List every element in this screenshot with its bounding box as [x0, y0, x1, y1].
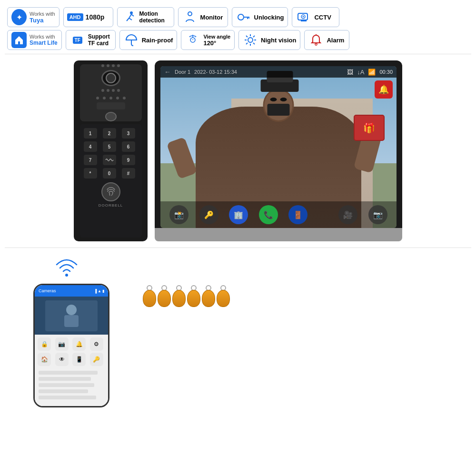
svg-point-6 — [238, 14, 244, 20]
key-2[interactable]: 2 — [103, 128, 116, 139]
ir-dot — [117, 64, 120, 67]
feed-person-body — [64, 315, 79, 327]
feature-ahd: AHD 1080p — [63, 7, 113, 27]
key-4[interactable]: 4 — [84, 141, 97, 152]
list-row-3 — [39, 383, 94, 387]
doorbell-button[interactable] — [105, 112, 117, 121]
unlocking-icon — [236, 10, 251, 25]
svg-line-25 — [253, 43, 255, 44]
app-icon-2[interactable]: 📷 — [55, 337, 69, 351]
rfid-tags-section — [143, 276, 230, 307]
angle-icon — [186, 33, 199, 47]
feature-tfcard: TF Support TF card — [66, 30, 116, 50]
svg-line-26 — [253, 36, 255, 37]
alarm-button[interactable]: 🔔 — [375, 80, 393, 99]
key-7[interactable]: 7 — [84, 155, 97, 165]
screenshot-icon[interactable]: 🖼 — [347, 69, 353, 76]
feature-smartlife: Works with Smart Life — [7, 30, 62, 50]
tfcard-icon: TF — [70, 32, 85, 48]
feature-alarm: Alarm — [304, 30, 349, 50]
ctrl-unlock-btn[interactable]: 🔑 — [199, 205, 218, 224]
rfid-tag-body — [217, 290, 230, 307]
camera-lens — [101, 70, 120, 86]
rfid-tag-3 — [172, 285, 186, 307]
tuya-label-line1: Works with — [30, 11, 55, 17]
svg-line-3 — [129, 18, 132, 20]
alarm-icon — [308, 32, 324, 48]
key-star[interactable]: * — [84, 168, 97, 178]
app-icon-6[interactable]: 👁 — [55, 353, 69, 366]
svg-point-19 — [248, 38, 253, 42]
ctrl-building-btn[interactable]: 🏢 — [229, 205, 248, 224]
key-9[interactable]: 9 — [122, 155, 135, 165]
tfcard-label-line1: Support — [88, 33, 110, 40]
key-5[interactable]: 5 — [103, 141, 116, 152]
app-icon-8[interactable]: 🔑 — [90, 353, 103, 366]
feature-unlocking: Unlocking — [232, 7, 288, 27]
rfid-tag-5 — [202, 285, 215, 307]
rainproof-label: Rain-proof — [142, 37, 173, 44]
fingerprint-scanner[interactable] — [101, 182, 120, 201]
ahd-label: 1080p — [86, 13, 105, 21]
key-1[interactable]: 1 — [84, 128, 97, 139]
phone-battery-icon: ▮ — [102, 289, 104, 293]
ctrl-call-btn[interactable]: 📞 — [259, 205, 278, 224]
viewangle-label: View angle 120° — [203, 34, 230, 47]
speaker-grille — [97, 102, 125, 109]
ir-dot — [112, 64, 115, 67]
ctrl-door-btn[interactable]: 🚪 — [288, 205, 307, 224]
ctrl-video-btn[interactable]: 🎥 — [338, 205, 357, 224]
back-arrow-icon[interactable]: ← — [164, 68, 171, 76]
motion-label-line2: detection — [139, 17, 165, 24]
ir-dot — [109, 97, 112, 99]
key-3[interactable]: 3 — [122, 128, 135, 139]
camera-lens-inner — [106, 73, 116, 83]
doorbell-unit: 1 2 3 4 5 6 7 9 * 0 # — [74, 60, 148, 241]
app-icon-1[interactable]: 🔒 — [38, 337, 51, 351]
tfcard-label: Support TF card — [88, 33, 110, 47]
screen-topbar-right: 🖼 ↓A 📶 00:30 — [347, 69, 393, 76]
rfid-tags-row — [143, 285, 230, 307]
fingerprint-icon — [105, 186, 117, 198]
phone-status-icons: ▐ ▲ ▮ — [94, 289, 104, 293]
ctrl-camera-btn[interactable]: 📷 — [368, 205, 387, 224]
motion-label-line1: Motion — [139, 10, 165, 17]
app-icon-5[interactable]: 🏠 — [38, 353, 51, 366]
phone-app-grid: 🔒 📷 🔔 ⚙ 🏠 👁 📱 🔑 — [35, 335, 108, 369]
app-icon-3[interactable]: 🔔 — [72, 337, 86, 351]
feature-motion: Motion detection — [117, 7, 174, 27]
screen-controls: 📸 🔑 🏢 📞 🚪 🎥 📷 — [160, 201, 397, 228]
phone-video-area — [35, 297, 108, 335]
section-divider-2 — [5, 248, 471, 248]
section-divider-1 — [5, 54, 471, 54]
list-row-4 — [39, 389, 88, 393]
camera-head — [80, 64, 142, 121]
timer-display: 00:30 — [379, 69, 393, 75]
svg-line-24 — [246, 36, 248, 37]
key-hash[interactable]: # — [122, 168, 135, 178]
monitor-wrapper: ← Door 1 2022- 03-12 15:34 🖼 ↓A 📶 00:30 … — [155, 60, 402, 241]
phone-mockup: Cameras ▐ ▲ ▮ — [33, 284, 109, 407]
feature-tuya: ✦ Works with Tuya — [7, 7, 60, 27]
person-head — [263, 89, 294, 122]
alarm-label: Alarm — [327, 37, 344, 44]
rfid-tag-1 — [143, 285, 156, 307]
svg-point-0 — [130, 11, 133, 14]
viewangle-label-line1: View angle — [203, 34, 230, 40]
key-0[interactable]: 0 — [103, 168, 116, 178]
features-container: ✦ Works with Tuya AHD 1080p — [5, 5, 471, 50]
app-icon-7[interactable]: 📱 — [72, 353, 86, 366]
key-rfid[interactable] — [103, 155, 116, 165]
ir-dot — [107, 89, 109, 92]
rfid-tag-2 — [158, 285, 171, 307]
features-row-2: Works with Smart Life TF Support TF card — [7, 30, 469, 50]
phone-app-name: Cameras — [39, 288, 56, 293]
download-icon[interactable]: ↓A — [357, 69, 364, 76]
nightvision-icon — [243, 32, 258, 48]
ir-dots-extra — [96, 97, 126, 99]
eye-right — [280, 98, 287, 101]
ctrl-snapshot-btn[interactable]: 📸 — [169, 205, 188, 224]
phone-list-rows — [35, 369, 108, 401]
app-icon-4[interactable]: ⚙ — [90, 337, 103, 351]
key-6[interactable]: 6 — [122, 141, 135, 152]
